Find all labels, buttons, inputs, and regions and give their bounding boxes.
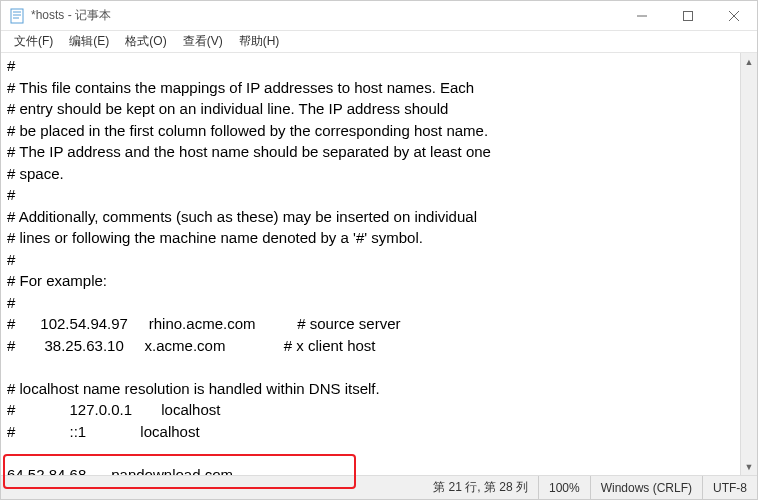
scroll-down-icon[interactable]: ▼ [741, 458, 757, 475]
statusbar: 第 21 行, 第 28 列 100% Windows (CRLF) UTF-8 [1, 475, 757, 499]
menu-format[interactable]: 格式(O) [117, 33, 174, 50]
titlebar: *hosts - 记事本 [1, 1, 757, 31]
vertical-scrollbar[interactable]: ▲ ▼ [740, 53, 757, 475]
menu-edit[interactable]: 编辑(E) [61, 33, 117, 50]
text-editor[interactable]: # # This file contains the mappings of I… [1, 53, 740, 475]
svg-rect-5 [684, 11, 693, 20]
status-line-ending: Windows (CRLF) [590, 476, 702, 499]
svg-rect-0 [11, 9, 23, 23]
maximize-button[interactable] [665, 1, 711, 30]
editor-area: # # This file contains the mappings of I… [1, 53, 757, 475]
status-zoom: 100% [538, 476, 590, 499]
minimize-button[interactable] [619, 1, 665, 30]
menu-help[interactable]: 帮助(H) [231, 33, 288, 50]
menu-file[interactable]: 文件(F) [6, 33, 61, 50]
menubar: 文件(F) 编辑(E) 格式(O) 查看(V) 帮助(H) [1, 31, 757, 53]
status-encoding: UTF-8 [702, 476, 757, 499]
notepad-icon [9, 8, 25, 24]
scroll-up-icon[interactable]: ▲ [741, 53, 757, 70]
window-controls [619, 1, 757, 30]
status-position: 第 21 行, 第 28 列 [423, 476, 538, 499]
close-button[interactable] [711, 1, 757, 30]
menu-view[interactable]: 查看(V) [175, 33, 231, 50]
window-title: *hosts - 记事本 [31, 7, 619, 24]
